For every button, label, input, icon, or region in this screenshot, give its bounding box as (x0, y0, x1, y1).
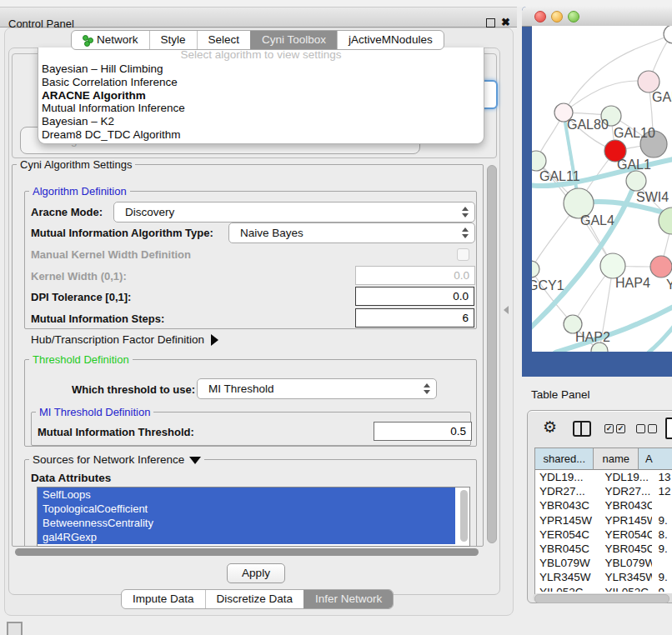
table-panel-title: Table Panel (531, 388, 590, 401)
tab-network[interactable]: Network (72, 31, 149, 49)
tab-impute-data[interactable]: Impute Data (122, 590, 205, 608)
control-panel-tabs: NetworkStyleSelectCyni ToolboxjActiveMNo… (71, 30, 444, 50)
mi-algorithm-type-select[interactable]: Naive Bayes (228, 222, 475, 243)
table-horizontal-scrollbar[interactable] (533, 593, 672, 602)
threshold-definition-title: Threshold Definition (29, 353, 133, 366)
gear-icon[interactable]: ⚙ (543, 418, 557, 437)
which-threshold-label: Which threshold to use: (72, 383, 195, 396)
table-row[interactable]: YBL079WYBL079W (535, 556, 672, 570)
tab-select[interactable]: Select (197, 31, 251, 49)
mi-steps-field[interactable]: 6 (355, 308, 474, 328)
network-node[interactable] (626, 171, 646, 191)
settings-vertical-scrollbar[interactable] (486, 165, 496, 545)
close-panel-icon[interactable]: ✖ (501, 16, 510, 28)
app-root: { "control_panel": { "title": "Control P… (0, 0, 672, 635)
table-row[interactable]: YDR27...YDR27...12 (535, 484, 672, 498)
network-window-titlebar[interactable] (522, 7, 672, 27)
aracne-mode-select[interactable]: Discovery (113, 202, 475, 222)
network-canvas[interactable]: GALGAL80GAL10GAL1GAL11SWI4GAL4GCY1HAP4YH… (532, 26, 672, 352)
split-divider-arrow-icon[interactable] (504, 306, 509, 314)
tab-infer-network[interactable]: Infer Network (303, 590, 393, 608)
checkbox-checked-icon[interactable]: ✓ (616, 424, 625, 433)
dpi-tolerance-field[interactable]: 0.0 (355, 287, 474, 306)
table-body: YDL19...YDL19...13YDR27...YDR27...12YBR0… (535, 470, 672, 592)
tab-jactivemnodules[interactable]: jActiveMNodules (337, 31, 444, 49)
collapse-down-icon (189, 457, 201, 464)
tab-style[interactable]: Style (149, 31, 197, 49)
mac-close-icon[interactable] (534, 11, 546, 22)
algorithm-option[interactable]: Dream8 DC_TDC Algorithm (38, 128, 484, 142)
float-window-icon[interactable] (486, 18, 495, 28)
cyni-bottom-tabs: Impute DataDiscretize DataInfer Network (121, 589, 394, 609)
settings-group-title: Cyni Algorithm Settings (17, 158, 135, 171)
algorithm-option[interactable]: ARACNE Algorithm (38, 89, 484, 102)
which-threshold-select[interactable]: MI Threshold (197, 378, 437, 399)
table-row[interactable]: YBR043CYBR043C (535, 498, 672, 512)
tab-cyni-toolbox[interactable]: Cyni Toolbox (250, 31, 337, 49)
mi-threshold-field[interactable]: 0.5 (374, 422, 472, 441)
node-label: SWI4 (636, 190, 669, 204)
node-label: GAL1 (617, 158, 651, 172)
mi-threshold-group-title: MI Threshold Definition (36, 406, 153, 418)
table-row[interactable]: YIL052CYIL052C9 (535, 585, 672, 592)
hub-definition-toggle[interactable]: Hub/Transcription Factor Definition (31, 333, 218, 346)
panel-corner-button[interactable] (7, 622, 23, 635)
app-top-strip (0, 0, 672, 7)
node-label: GAL80 (567, 118, 609, 132)
table-row[interactable]: YBR045CYBR045C9. (535, 542, 672, 556)
page-icon[interactable] (665, 418, 672, 439)
network-view-window[interactable]: GALGAL80GAL10GAL1GAL11SWI4GAL4GCY1HAP4YH… (522, 7, 672, 377)
apply-button[interactable]: Apply (227, 563, 285, 583)
data-attributes-label: Data Attributes (31, 472, 111, 484)
data-attributes-list[interactable]: SelfLoopsTopologicalCoefficientBetweenne… (37, 487, 470, 547)
column-header[interactable]: A (639, 448, 672, 470)
algorithm-option[interactable]: Mutual Information Inference (38, 102, 484, 115)
attribute-item[interactable]: TopologicalCoefficient (38, 502, 455, 516)
control-panel-titlebar: Control Panel ✖ (0, 7, 517, 28)
checkbox-unchecked-icon[interactable] (636, 424, 645, 433)
checkbox-unchecked-icon[interactable] (648, 424, 657, 433)
network-node[interactable] (600, 253, 625, 278)
mac-zoom-icon[interactable] (568, 11, 579, 22)
dpi-tolerance-label: DPI Tolerance [0,1]: (31, 291, 131, 303)
settings-horizontal-scrollbar[interactable] (13, 548, 482, 557)
node-label: GCY1 (532, 278, 564, 292)
attribute-item[interactable]: BetweennessCentrality (38, 516, 455, 530)
tab-discretize-data[interactable]: Discretize Data (205, 590, 304, 608)
mi-threshold-label: Mutual Information Threshold: (38, 426, 194, 438)
table-panel: ⚙ ✓ ✓ shared...nameA YDL19...YDL19...13Y… (527, 410, 672, 603)
column-header[interactable]: shared... (535, 448, 594, 470)
node-label: GAL (652, 90, 672, 104)
kernel-width-label: Kernel Width (0,1): (31, 270, 127, 282)
list-scrollbar-thumb[interactable] (460, 490, 468, 542)
algorithm-option[interactable]: Basic Correlation Inference (38, 76, 484, 89)
node-label: HAP4 (615, 276, 650, 290)
attribute-item[interactable]: gal4RGexp (38, 530, 455, 544)
mac-minimize-icon[interactable] (551, 11, 563, 22)
expand-right-icon (211, 334, 218, 346)
algorithm-dropdown-items: Bayesian – Hill ClimbingBasic Correlatio… (38, 62, 484, 142)
manual-kernel-checkbox[interactable] (457, 248, 469, 261)
network-node[interactable] (650, 256, 672, 278)
table-row[interactable]: YER054CYER054C8. (535, 528, 672, 542)
kernel-width-field[interactable]: 0.0 (355, 266, 475, 285)
table-row[interactable]: YDL19...YDL19...13 (535, 470, 672, 484)
attribute-item[interactable]: SelfLoops (38, 488, 455, 502)
node-table[interactable]: shared...nameA YDL19...YDL19...13YDR27..… (534, 448, 672, 601)
table-row[interactable]: YLR345WYLR345W9. (535, 570, 672, 584)
algorithm-definition-title: Algorithm Definition (29, 185, 130, 198)
sources-group-title[interactable]: Sources for Network Inference (29, 453, 204, 466)
columns-icon[interactable] (573, 421, 591, 437)
table-row[interactable]: YPR145WYPR145W9. (535, 513, 672, 528)
network-icon (83, 35, 93, 45)
algorithm-option[interactable]: Bayesian – Hill Climbing (38, 62, 484, 76)
mi-type-label: Mutual Information Algorithm Type: (31, 227, 213, 239)
algorithm-option[interactable]: Bayesian – K2 (38, 115, 484, 128)
column-header[interactable]: name (594, 448, 639, 470)
mi-steps-label: Mutual Information Steps: (31, 312, 164, 325)
node-label: GAL11 (539, 169, 580, 183)
spinner-arrows-icon (423, 382, 430, 395)
node-label: GAL10 (614, 126, 655, 140)
manual-kernel-label: Manual Kernel Width Definition (31, 248, 191, 261)
checkbox-checked-icon[interactable]: ✓ (604, 424, 614, 433)
